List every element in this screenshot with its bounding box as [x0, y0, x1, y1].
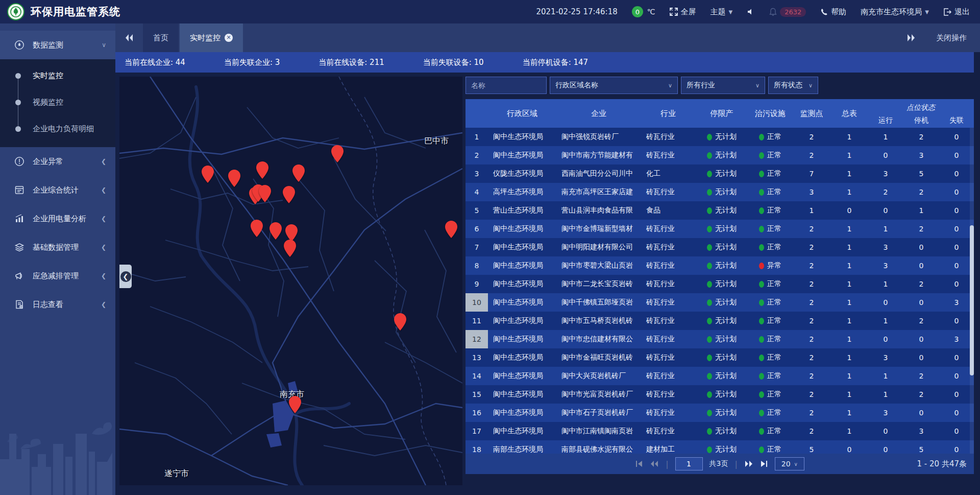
map-pin-icon[interactable]: [259, 185, 271, 202]
status-dot-icon: [707, 226, 712, 232]
top-right-group: 2021-02-25 17:46:18 0 ℃ 全屏 主题 ▼ 2632: [522, 6, 970, 17]
cell-lost: 0: [939, 188, 974, 196]
table-row[interactable]: 18南部生态环境局南部县砚佛水泥有限公建材加工无计划正常50050: [465, 440, 974, 454]
industry-select[interactable]: 所有行业 ∨: [681, 77, 765, 94]
sidebar-group-2[interactable]: 企业异常❮: [0, 147, 115, 176]
tab-home[interactable]: 首页: [143, 23, 179, 52]
map-pin-icon[interactable]: [285, 224, 298, 242]
logout-button[interactable]: 退出: [943, 7, 970, 17]
table-row[interactable]: 15阆中生态环境局阆中市光富页岩机砖厂砖瓦行业无计划正常21120: [465, 385, 974, 404]
mute-button[interactable]: [747, 8, 755, 16]
cell-industry: 砖瓦行业: [641, 371, 695, 381]
cell-region: 仪陇生态环境局: [488, 169, 556, 178]
sidebar-group-1[interactable]: 数据监测∨: [0, 31, 115, 59]
sidebar-item-视频监控[interactable]: 视频监控: [0, 89, 115, 115]
map-panel[interactable]: 巴中市南充市遂宁市 ❮: [119, 77, 462, 485]
table-row[interactable]: 17阆中生态环境局阆中市江南镇阆南页岩砖瓦行业无计划正常21030: [465, 422, 974, 440]
cell-company: 阆中大兴页岩机砖厂: [556, 371, 641, 381]
map-pin-icon[interactable]: [289, 396, 301, 413]
tabs-scroll-left-button[interactable]: [115, 23, 143, 52]
col-group-header: 点位状态: [868, 99, 974, 113]
map-pin-icon[interactable]: [284, 240, 296, 257]
cell-total-meter: 1: [831, 317, 868, 325]
first-page-button[interactable]: [635, 460, 643, 467]
cell-industry: 砖瓦行业: [641, 298, 695, 307]
table-row[interactable]: 14阆中生态环境局阆中大兴页岩机砖厂砖瓦行业无计划正常21120: [465, 367, 974, 385]
table-row[interactable]: 12阆中生态环境局阆中市忠信建材有限公砖瓦行业无计划正常21003: [465, 330, 974, 348]
table-row[interactable]: 9阆中生态环境局阆中市二龙长宝页岩砖砖瓦行业无计划正常21120: [465, 275, 974, 293]
sidebar-group-label: 企业异常: [33, 157, 63, 167]
cell-stopped: 1: [903, 206, 939, 215]
status-chip-label: 无计划: [715, 169, 737, 178]
table-scrollbar[interactable]: [970, 128, 974, 454]
table-wrap: 行政区域企业行业停限产治污设施监测点总表点位状态运行停机失联 1阆中生态环境局阆…: [465, 99, 974, 454]
user-dropdown[interactable]: 南充市生态环境局 ▼: [861, 7, 929, 17]
page-size-select[interactable]: 20 ∨: [775, 457, 804, 470]
sidebar-group-3[interactable]: 企业综合统计❮: [0, 176, 115, 204]
row-number: 3: [465, 164, 488, 183]
double-chevron-right-icon[interactable]: [906, 34, 916, 42]
status-dot-icon: [707, 373, 712, 380]
table-row[interactable]: 16阆中生态环境局阆中市石子页岩机砖厂砖瓦行业无计划正常21300: [465, 404, 974, 422]
page-number-input[interactable]: [675, 457, 703, 470]
map-pin-icon[interactable]: [228, 170, 240, 187]
theme-dropdown[interactable]: 主题 ▼: [710, 7, 733, 17]
sidebar-group-7[interactable]: 日志查看❮: [0, 290, 115, 319]
page-size-value: 20: [781, 460, 791, 468]
table-row[interactable]: 8阆中生态环境局阆中市枣碧大梁山页岩砖瓦行业无计划异常21300: [465, 256, 974, 275]
map-collapse-handle[interactable]: ❮: [119, 265, 132, 288]
map-pin-icon[interactable]: [283, 186, 295, 203]
close-operations-button[interactable]: 关闭操作: [936, 33, 967, 43]
status-dot-icon: [707, 152, 712, 159]
help-button[interactable]: 帮助: [820, 7, 846, 17]
table-row[interactable]: 6阆中生态环境局阆中市金博瑞新型墙材砖瓦行业无计划正常21120: [465, 220, 974, 238]
region-select[interactable]: 行政区域名称 ∨: [550, 77, 678, 94]
table-row[interactable]: 13阆中生态环境局阆中市金福旺页岩机砖砖瓦行业无计划正常21300: [465, 348, 974, 367]
map-pin-icon[interactable]: [331, 145, 344, 162]
skyline-decoration: [0, 372, 115, 495]
table-row[interactable]: 2阆中生态环境局阆中市南方节能建材有砖瓦行业无计划正常21030: [465, 146, 974, 164]
map-pin-icon[interactable]: [270, 222, 282, 240]
cell-lost: 0: [939, 427, 974, 435]
notifications-button[interactable]: 2632: [769, 7, 806, 17]
map-pin-icon[interactable]: [202, 166, 214, 183]
table-row[interactable]: 10阆中生态环境局阆中千佛镇五郎垭页岩砖瓦行业无计划正常21003: [465, 293, 974, 312]
map-pin-icon[interactable]: [292, 164, 305, 182]
table-row[interactable]: 11阆中生态环境局阆中市五马桥页岩机砖砖瓦行业无计划正常21120: [465, 312, 974, 330]
map-pin-icon[interactable]: [394, 313, 406, 331]
table-row[interactable]: 3仪陇生态环境局西南油气田分公司川中化工无计划正常71350: [465, 164, 974, 183]
cell-monitor-count: 2: [792, 353, 831, 362]
table-row[interactable]: 5营山生态环境局营山县润丰肉食品有限食品无计划正常10010: [465, 201, 974, 220]
name-search-input[interactable]: [465, 77, 547, 94]
prev-page-button[interactable]: [650, 460, 659, 467]
chevron-down-icon: ∨: [808, 82, 813, 89]
sidebar-item-实时监控[interactable]: 实时监控: [0, 62, 115, 89]
status-chip: 无计划: [695, 390, 748, 399]
scrollbar-thumb[interactable]: [970, 225, 974, 375]
sidebar-group-6[interactable]: 应急减排管理❮: [0, 262, 115, 290]
fullscreen-button[interactable]: 全屏: [670, 7, 696, 17]
map-pin-icon[interactable]: [445, 221, 457, 238]
status-chip-label: 无计划: [715, 408, 737, 417]
map-pin-icon[interactable]: [256, 161, 268, 179]
tab-close-icon[interactable]: ✕: [225, 34, 233, 42]
cell-total-meter: 1: [831, 390, 868, 398]
col-header-行政区域: 行政区域: [488, 99, 556, 128]
sidebar-group-4[interactable]: 企业用电量分析❮: [0, 204, 115, 233]
col-header-企业: 企业: [556, 99, 641, 128]
table-row[interactable]: 1阆中生态环境局阆中强锐页岩砖厂砖瓦行业无计划正常21120: [465, 128, 974, 146]
pagination-divider: |: [734, 459, 737, 469]
tab-realtime-monitor[interactable]: 实时监控 ✕: [180, 23, 243, 52]
cell-lost: 3: [939, 298, 974, 307]
next-page-button[interactable]: [744, 460, 753, 467]
table-row[interactable]: 4高坪生态环境局南充市高坪区王家店建砖瓦行业无计划正常31220: [465, 183, 974, 201]
table-row[interactable]: 7阆中生态环境局阆中明阳建材有限公司砖瓦行业无计划正常21300: [465, 238, 974, 256]
cell-total-meter: 1: [831, 262, 868, 270]
last-page-button[interactable]: [760, 460, 768, 467]
sidebar-item-企业电力负荷明细[interactable]: 企业电力负荷明细: [0, 115, 115, 142]
cell-running: 1: [868, 133, 903, 141]
status-select[interactable]: 所有状态 ∨: [768, 77, 818, 94]
status-chip-label: 异常: [767, 261, 781, 270]
sidebar-group-5[interactable]: 基础数据管理❮: [0, 233, 115, 262]
map-pin-icon[interactable]: [251, 220, 263, 237]
